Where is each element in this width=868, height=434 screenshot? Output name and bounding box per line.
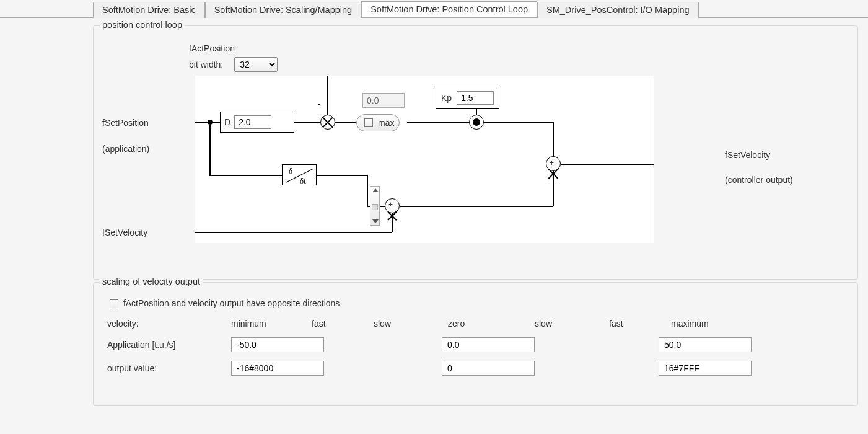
label-fActPosition: fActPosition <box>189 43 849 53</box>
label-fSetVelocity-in: fSetVelocity <box>102 228 147 237</box>
derivative-block: δ δt <box>282 164 317 185</box>
col-maximum: maximum <box>671 319 752 329</box>
label-D: D <box>224 117 230 127</box>
group-legend: position control loop <box>100 20 185 30</box>
input-out-max[interactable] <box>659 361 752 376</box>
group-position-control: position control loop fActPosition bit w… <box>93 25 858 280</box>
col-slow2: slow <box>535 319 609 329</box>
checkbox-max[interactable] <box>364 118 373 127</box>
label-output-row: output value: <box>107 363 231 373</box>
select-bit-width[interactable]: 32 <box>234 57 278 72</box>
tab-scaling[interactable]: SoftMotion Drive: Scaling/Mapping <box>205 2 361 18</box>
label-fSetPosition: fSetPosition <box>102 118 149 128</box>
control-diagram: D - <box>195 76 654 243</box>
col-minimum: minimum <box>231 319 312 329</box>
d-block: D <box>220 112 294 133</box>
col-fast2: fast <box>609 319 671 329</box>
group-scaling-legend: scaling of velocity output <box>100 277 203 286</box>
label-velocity: velocity: <box>107 319 231 329</box>
label-Kp: Kp <box>441 93 452 103</box>
label-controller-output: (controller output) <box>725 175 793 185</box>
label-opposite: fActPosition and velocity output have op… <box>123 298 340 308</box>
svg-text:δt: δt <box>300 176 306 185</box>
max-block: max <box>356 114 400 131</box>
label-max: max <box>378 118 394 128</box>
label-bit-width: bit width: <box>189 60 223 69</box>
col-fast1: fast <box>312 319 374 329</box>
input-app-max[interactable] <box>659 337 752 352</box>
label-application: (application) <box>102 144 149 154</box>
input-Kp[interactable] <box>457 91 494 105</box>
input-D[interactable] <box>234 115 271 129</box>
input-dead <box>362 93 405 108</box>
tab-body: position control loop fActPosition bit w… <box>0 17 868 433</box>
group-scaling: scaling of velocity output fActPosition … <box>93 282 858 406</box>
window: SoftMotion Drive: Basic SoftMotion Drive… <box>0 0 868 434</box>
col-zero: zero <box>448 319 535 329</box>
col-slow1: slow <box>374 319 448 329</box>
checkbox-opposite-label[interactable]: fActPosition and velocity output have op… <box>107 298 340 308</box>
input-app-zero[interactable] <box>442 337 535 352</box>
tab-io-mapping[interactable]: SM_Drive_PosControl: I/O Mapping <box>537 2 699 18</box>
tab-basic[interactable]: SoftMotion Drive: Basic <box>93 2 205 18</box>
input-out-min[interactable] <box>231 361 324 376</box>
svg-text:δ: δ <box>289 166 292 175</box>
checkbox-opposite[interactable] <box>110 299 118 308</box>
label-fSetVelocity-out: fSetVelocity <box>725 150 770 160</box>
input-out-zero[interactable] <box>442 361 535 376</box>
label-application-row: Application [t.u./s] <box>107 340 231 350</box>
input-app-min[interactable] <box>231 337 324 352</box>
tab-position-control[interactable]: SoftMotion Drive: Position Control Loop <box>361 1 537 17</box>
minus-sign: - <box>318 99 321 109</box>
tabstrip: SoftMotion Drive: Basic SoftMotion Drive… <box>0 0 868 17</box>
kp-block: Kp <box>436 87 499 109</box>
slider-feedforward[interactable] <box>370 186 380 226</box>
